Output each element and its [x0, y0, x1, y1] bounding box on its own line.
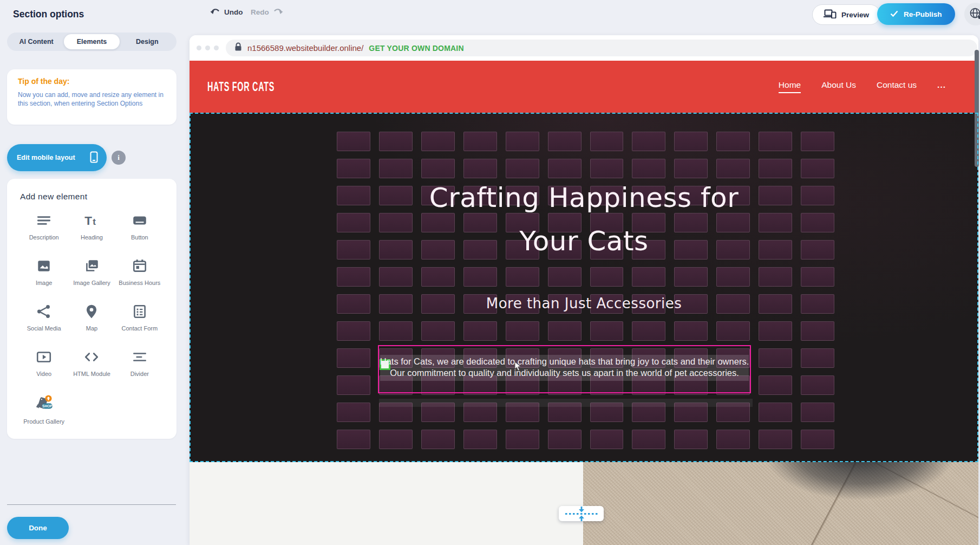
hero-tile	[379, 132, 413, 151]
hero-paragraph[interactable]: Hats for Cats, we are dedicated to craft…	[379, 346, 750, 392]
hero-tile	[759, 132, 792, 151]
hero-tile	[632, 132, 665, 151]
palette-item-image[interactable]: Image	[20, 258, 68, 296]
tab-elements[interactable]: Elements	[64, 34, 119, 49]
heading-icon: Tt	[83, 212, 100, 231]
nav-more-button[interactable]: ...	[937, 80, 946, 93]
hero-tile	[801, 132, 834, 151]
hero-tile	[421, 321, 455, 341]
language-globe-button[interactable]	[964, 3, 980, 25]
done-button[interactable]: Done	[7, 517, 69, 539]
hero-tile	[337, 132, 370, 151]
palette-item-html-module[interactable]: HTML Module	[68, 349, 115, 387]
tab-design[interactable]: Design	[120, 34, 175, 49]
hero-tile	[421, 267, 455, 287]
undo-button[interactable]: Undo	[210, 8, 243, 16]
hero-tile	[337, 321, 370, 341]
republish-button[interactable]: Re-Publish	[877, 3, 955, 25]
palette-item-product-gallery[interactable]: SHOPProduct Gallery	[20, 394, 68, 432]
tab-ai-content[interactable]: AI Content	[9, 34, 64, 49]
info-icon[interactable]: i	[112, 151, 126, 165]
check-icon	[890, 10, 898, 18]
palette-item-label: Description	[29, 234, 59, 241]
section-height-resize-handle[interactable]	[559, 506, 604, 521]
page-scrollbar[interactable]	[975, 50, 979, 167]
add-element-title: Add new element	[20, 192, 164, 202]
hero-tile	[759, 403, 792, 422]
next-section[interactable]	[190, 462, 978, 545]
image-gallery-icon	[83, 258, 100, 276]
hero-tile	[506, 132, 539, 151]
palette-item-contact-form[interactable]: Contact Form	[116, 303, 164, 341]
edit-mobile-layout-button[interactable]: Edit mobile layout	[7, 144, 107, 171]
redo-icon	[273, 8, 283, 16]
preview-button[interactable]: Preview	[812, 4, 880, 25]
site-logo[interactable]: HATS FOR CATS	[207, 80, 275, 94]
address-bar[interactable]: n1566589.websitebuilder.online/ GET YOUR…	[226, 40, 977, 56]
hero-tile	[590, 267, 624, 287]
social-media-icon	[36, 303, 52, 322]
tip-of-the-day-card: Tip of the day: Now you can add, move an…	[7, 69, 177, 125]
element-drop-zone	[379, 399, 753, 407]
hero-tile	[590, 132, 624, 151]
add-element-card: Add new element DescriptionTtHeadingButt…	[7, 179, 177, 439]
hero-subheading[interactable]: More than Just Accessories	[190, 295, 978, 312]
hero-tile	[632, 321, 665, 341]
palette-item-label: Divider	[130, 371, 149, 378]
palette-item-divider[interactable]: Divider	[116, 349, 164, 387]
hero-tile	[801, 403, 834, 422]
nav-item-about-us[interactable]: About Us	[821, 80, 856, 93]
window-dots-icon	[197, 46, 219, 50]
hero-tile	[463, 267, 497, 287]
hero-tile	[716, 430, 750, 449]
site-nav: HomeAbout UsContact us...	[779, 80, 946, 93]
hero-tile	[674, 321, 708, 341]
palette-item-button[interactable]: Button	[116, 212, 164, 250]
hero-tile	[759, 321, 792, 341]
html-module-icon	[83, 349, 100, 367]
redo-button[interactable]: Redo	[251, 8, 283, 16]
site-header[interactable]: HATS FOR CATS HomeAbout UsContact us...	[190, 61, 978, 113]
hero-tile	[506, 159, 539, 178]
hero-tile	[716, 267, 750, 287]
hero-tile	[421, 159, 455, 178]
hero-heading[interactable]: Crafting Happiness forYour Cats	[190, 176, 978, 263]
palette-item-label: Contact Form	[122, 325, 158, 332]
button-icon	[132, 212, 148, 231]
hero-tile	[463, 159, 497, 178]
element-palette: DescriptionTtHeadingButtonImageImage Gal…	[20, 212, 164, 432]
svg-text:T: T	[85, 214, 93, 228]
undo-icon	[210, 8, 220, 16]
hero-tile	[801, 159, 834, 178]
hero-tile	[421, 430, 455, 449]
hero-tile	[379, 267, 413, 287]
palette-item-social-media[interactable]: Social Media	[20, 303, 68, 341]
hero-tile	[548, 430, 582, 449]
get-domain-link[interactable]: GET YOUR OWN DOMAIN	[369, 44, 463, 53]
tip-title: Tip of the day:	[18, 77, 166, 86]
hero-tile	[337, 267, 370, 287]
devices-icon	[824, 9, 837, 20]
phone-icon	[90, 151, 98, 165]
hero-tile	[801, 321, 834, 341]
nav-item-contact-us[interactable]: Contact us	[877, 80, 917, 93]
map-icon	[83, 303, 100, 322]
svg-text:SHOP: SHOP	[42, 404, 53, 408]
palette-item-business-hours[interactable]: Business Hours	[116, 258, 164, 296]
palette-item-image-gallery[interactable]: Image Gallery	[68, 258, 115, 296]
palette-item-video[interactable]: Video	[20, 349, 68, 387]
republish-label: Re-Publish	[904, 10, 942, 18]
palette-item-heading[interactable]: TtHeading	[68, 212, 115, 250]
next-section-empty-half	[190, 462, 583, 545]
hero-tile	[463, 132, 497, 151]
divider-icon	[132, 349, 148, 367]
palette-item-description[interactable]: Description	[20, 212, 68, 250]
undo-label: Undo	[224, 8, 243, 16]
hero-section-selected[interactable]: Crafting Happiness forYour Cats More tha…	[190, 113, 978, 462]
hero-tile	[590, 321, 624, 341]
palette-item-map[interactable]: Map	[68, 303, 115, 341]
selected-text-element[interactable]: Hats for Cats, we are dedicated to craft…	[378, 345, 751, 393]
preview-label: Preview	[841, 11, 869, 19]
nav-item-home[interactable]: Home	[779, 80, 801, 93]
browser-chrome: n1566589.websitebuilder.online/ GET YOUR…	[190, 35, 978, 61]
